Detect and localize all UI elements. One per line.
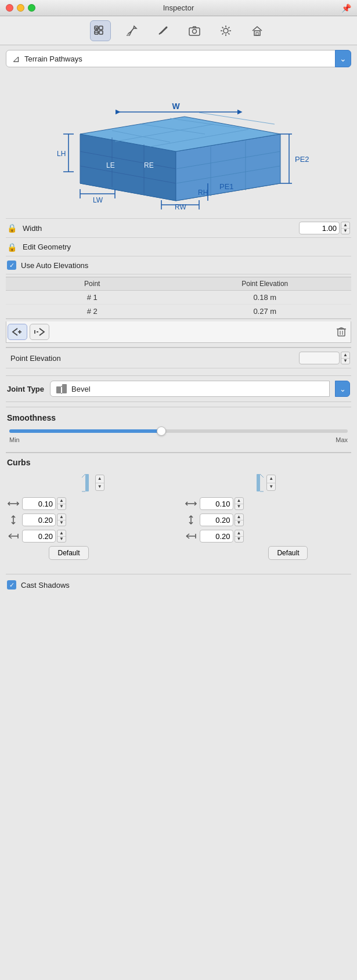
table-header: Point Point Elevation [6,277,351,291]
point-toolbar-row: 5 [6,321,351,343]
table-row[interactable]: # 2 0.27 m [6,305,351,319]
right-curb-type-stepper[interactable]: ▲ ▼ [266,475,276,491]
right-curb-type-up[interactable]: ▲ [267,475,275,483]
right-curb-default-button[interactable]: Default [268,546,308,560]
offset-icon [7,531,20,541]
right-width-stepper[interactable]: ▲ ▼ [235,497,244,510]
delete-point-button[interactable] [333,324,349,340]
minimize-button[interactable] [17,4,24,12]
edit-geometry-row: 🔒 Edit Geometry 2 [6,237,351,256]
add-point-icon [12,327,23,337]
add-point-button[interactable] [8,324,27,340]
right-curb-height-input[interactable] [200,513,233,526]
svg-rect-74 [62,384,67,393]
right-curb-width-input[interactable] [200,497,233,510]
left-offset-stepper[interactable]: ▲ ▼ [57,530,66,543]
svg-rect-66 [338,329,345,336]
right-offset-up[interactable]: ▲ [235,530,243,537]
left-curb-width-group: ▲ ▼ [7,497,173,510]
object-selector[interactable]: ⊿ Terrain Pathways [6,50,336,67]
width-label: Width [19,224,299,233]
right-curb-type-down[interactable]: ▼ [267,483,275,491]
point-elevation-stepper[interactable]: ▲ ▼ [341,352,350,364]
width-stepper[interactable]: ▲ ▼ [341,222,350,234]
left-width-down[interactable]: ▼ [57,504,66,510]
right-width-up[interactable]: ▲ [235,498,243,504]
joint-type-dropdown[interactable]: Bevel [50,381,330,397]
left-width-input-group: ▲ ▼ [22,497,66,510]
right-curb-shape-group: ▲ ▼ [253,473,276,493]
close-button[interactable] [6,4,13,12]
left-offset-up[interactable]: ▲ [57,530,66,537]
maximize-button[interactable] [28,4,35,12]
spacer-after-pe [6,368,351,375]
auto-elevations-row: ✓ Use Auto Elevations 3 [6,256,351,274]
left-curb-height-input[interactable] [22,513,56,526]
table-row[interactable]: # 1 0.18 m [6,291,351,305]
selector-chevron-button[interactable]: ⌄ [335,50,351,67]
left-height-input-group: ▲ ▼ [22,513,66,526]
point-elevation-input[interactable] [299,352,340,364]
toolbar-camera-button[interactable] [184,20,205,41]
left-curb-offset-input[interactable] [22,530,56,543]
left-curb-default-button[interactable]: Default [49,546,88,560]
point-elevation-stepper-up[interactable]: ▲ [341,352,349,359]
auto-elevations-label: Use Auto Elevations [21,261,88,270]
left-width-stepper[interactable]: ▲ ▼ [57,497,66,510]
width-stepper-down[interactable]: ▼ [341,229,349,234]
right-curb-offset-input[interactable] [200,530,233,543]
left-curb-type-up[interactable]: ▲ [96,475,104,483]
cast-shadows-row: ✓ Cast Shadows 15 [6,574,351,595]
left-height-stepper[interactable]: ▲ ▼ [57,513,66,526]
smoothness-track[interactable] [9,429,348,433]
pin-icon[interactable]: 📌 [341,3,351,13]
svg-text:RE: RE [144,161,154,169]
toolbar-brush-button[interactable] [121,20,142,41]
table-header-point: Point [6,280,179,288]
toolbar-sun-button[interactable] [215,20,236,41]
toolbar-pencil-button[interactable] [153,20,174,41]
right-height-stepper[interactable]: ▲ ▼ [235,513,244,526]
left-offset-down[interactable]: ▼ [57,537,66,543]
right-offset-down[interactable]: ▼ [235,537,243,543]
table-point-1: # 1 [6,293,179,302]
left-curb-type-down[interactable]: ▼ [96,483,104,491]
svg-point-6 [165,26,167,28]
table-elevation-2: 0.27 m [179,307,352,316]
auto-elevations-checkbox[interactable]: ✓ [7,261,16,270]
right-height-down[interactable]: ▼ [235,520,243,526]
width-input[interactable] [299,222,340,234]
selector-label: Terrain Pathways [24,55,82,63]
width-stepper-up[interactable]: ▲ [341,222,349,229]
toolbar-house-button[interactable] [247,20,268,41]
width-arrows-icon-right [185,499,197,508]
svg-text:LW: LW [93,196,103,204]
add-between-button[interactable] [30,324,49,340]
left-height-down[interactable]: ▼ [57,520,66,526]
left-curb-type-stepper[interactable]: ▲ ▼ [95,475,104,491]
toolbar-grid-button[interactable] [90,20,111,41]
smoothness-slider-container: Min Max [7,429,350,443]
svg-line-16 [228,27,229,28]
terrain-icon: ⊿ [12,53,20,64]
right-curb-width-group: ▲ ▼ [185,497,351,510]
smoothness-thumb[interactable] [157,426,166,436]
cast-shadows-checkbox[interactable]: ✓ [7,580,16,590]
smoothness-title: Smoothness [7,413,350,422]
sun-icon [219,24,233,38]
right-offset-stepper[interactable]: ▲ ▼ [235,530,244,543]
3d-diagram: W PE2 PE1 LH LW RW RH [6,73,351,212]
joint-type-chevron[interactable]: ⌄ [335,381,350,397]
right-height-up[interactable]: ▲ [235,514,243,520]
left-curb-width-input[interactable] [22,497,56,510]
right-width-down[interactable]: ▼ [235,504,243,510]
left-width-up[interactable]: ▲ [57,498,66,504]
left-height-up[interactable]: ▲ [57,514,66,520]
curb-offset-row: ▲ ▼ ▲ ▼ [7,530,350,543]
right-offset-input-group: ▲ ▼ [200,530,244,543]
point-elevation-stepper-down[interactable]: ▼ [341,359,349,364]
svg-text:RH: RH [198,189,208,197]
smoothness-labels: Min Max [9,436,348,443]
left-curb-shape-group: ▲ ▼ [81,473,104,493]
bevel-icon [55,383,68,395]
